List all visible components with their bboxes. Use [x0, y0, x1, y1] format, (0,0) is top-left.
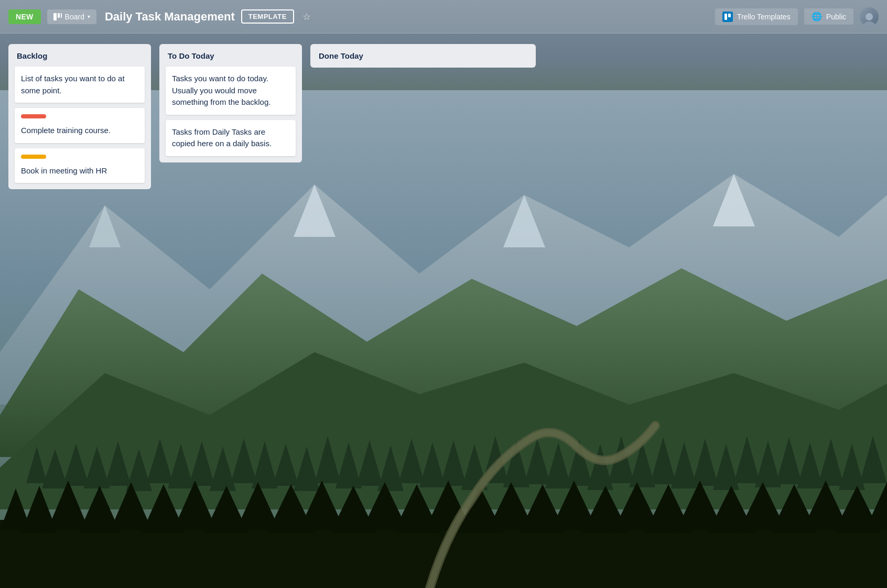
- header: NEW Board ▾ Daily Task Management TEMPLA…: [0, 0, 887, 34]
- page-title: Daily Task Management: [105, 10, 235, 24]
- column-title-done: Done Today: [317, 50, 529, 61]
- card-text: Tasks from Daily Tasks are copied here o…: [172, 126, 289, 150]
- column-backlog: Backlog List of tasks you want to do at …: [8, 44, 151, 189]
- svg-point-83: [863, 21, 875, 26]
- board-area: Backlog List of tasks you want to do at …: [0, 34, 887, 200]
- new-button[interactable]: NEW: [8, 9, 41, 24]
- card-daily-tasks[interactable]: Tasks from Daily Tasks are copied here o…: [166, 120, 296, 156]
- card-text: List of tasks you want to do at some poi…: [21, 73, 138, 96]
- orange-label: [21, 155, 46, 159]
- card-text: Tasks you want to do today. Usually you …: [172, 73, 289, 108]
- column-title-backlog: Backlog: [15, 50, 145, 61]
- user-avatar-svg: [862, 12, 877, 26]
- column-done-today: Done Today: [310, 44, 536, 68]
- card-text: Book in meeting with HR: [21, 165, 138, 177]
- trello-logo: [722, 12, 733, 22]
- svg-rect-80: [58, 13, 60, 18]
- column-todo-today: To Do Today Tasks you want to do today. …: [159, 44, 302, 162]
- card-todo-desc[interactable]: Tasks you want to do today. Usually you …: [166, 67, 296, 115]
- public-label: Public: [826, 13, 846, 21]
- avatar-image: [860, 7, 879, 26]
- avatar[interactable]: [860, 7, 879, 26]
- star-button[interactable]: ☆: [300, 9, 313, 25]
- svg-point-82: [866, 13, 873, 20]
- board-icon: [53, 13, 62, 20]
- column-title-todo: To Do Today: [166, 50, 296, 61]
- card-hr-meeting[interactable]: Book in meeting with HR: [15, 148, 145, 183]
- svg-rect-79: [53, 13, 57, 20]
- red-label: [21, 114, 46, 118]
- board-view-button[interactable]: Board ▾: [47, 9, 96, 24]
- trello-templates-button[interactable]: Trello Templates: [715, 8, 798, 25]
- public-button[interactable]: 🌐 Public: [804, 8, 853, 25]
- card-training[interactable]: Complete training course.: [15, 108, 145, 143]
- trello-label: Trello Templates: [737, 13, 791, 21]
- chevron-down-icon: ▾: [88, 14, 90, 19]
- template-button[interactable]: TEMPLATE: [241, 9, 294, 24]
- board-label: Board: [65, 13, 84, 21]
- card-text: Complete training course.: [21, 125, 138, 137]
- svg-rect-81: [61, 13, 62, 18]
- card-backlog-desc[interactable]: List of tasks you want to do at some poi…: [15, 67, 145, 103]
- globe-icon: 🌐: [812, 12, 822, 21]
